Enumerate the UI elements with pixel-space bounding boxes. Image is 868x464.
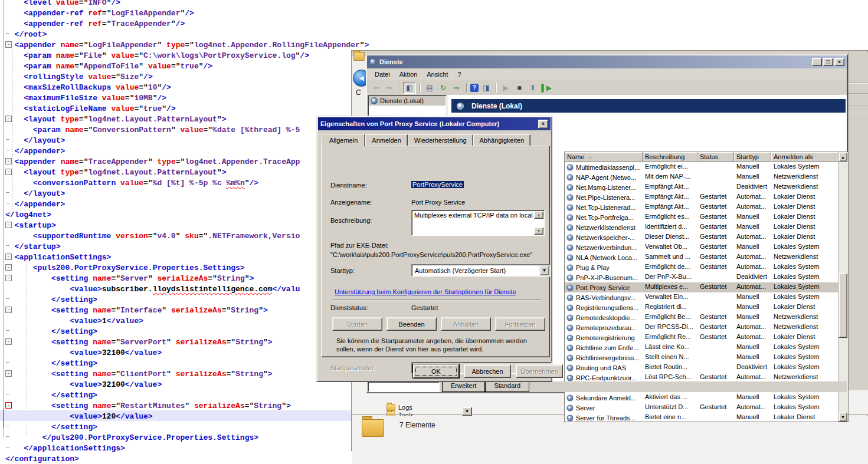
fold-box-icon[interactable]: - xyxy=(5,307,12,313)
table-row[interactable]: Port Proxy ServiceMultiplexes e...Gestar… xyxy=(565,282,838,292)
menu-item-datei[interactable]: Datei xyxy=(371,70,394,79)
tab-anmelden[interactable]: Anmelden xyxy=(365,134,408,146)
menu-item-ansicht[interactable]: Ansicht xyxy=(422,70,452,79)
table-row[interactable]: Net.Tcp-Portfreiga...Ermöglicht es...Ges… xyxy=(565,212,838,222)
table-row[interactable]: RemoteregistrierungErmöglicht Re...Gesta… xyxy=(565,333,838,343)
token xyxy=(56,168,61,177)
table-row[interactable]: Plug & PlayErmöglicht de...GestartetAuto… xyxy=(565,262,838,272)
view-tab-standard[interactable]: Standard xyxy=(485,381,529,392)
table-row[interactable]: Netzwerkverbindun...Verwaltet Ob...Gesta… xyxy=(565,242,838,252)
start-service-icon[interactable]: ▶ xyxy=(500,83,512,93)
menu-item-aktion[interactable]: Aktion xyxy=(395,70,422,79)
help-icon[interactable]: ? xyxy=(470,84,479,92)
table-row[interactable]: Server für Threads...Bietet eine n...Man… xyxy=(565,413,838,422)
scroll-down-button[interactable]: ▼ xyxy=(838,412,847,422)
service-logon-cell: Lokaler Dienst xyxy=(771,413,838,422)
service-name: Net.Msmq-Listener... xyxy=(576,184,636,191)
token: value xyxy=(180,126,203,134)
fold-box-icon[interactable]: - xyxy=(5,222,12,228)
fold-box-icon[interactable]: - xyxy=(5,41,12,48)
tab-wiederherstellung[interactable]: Wiederherstellung xyxy=(408,134,473,146)
table-row[interactable]: Sekundäre Anmeld...Aktiviert das ...Manu… xyxy=(565,393,838,403)
window-play-icon[interactable]: ◨ xyxy=(480,83,492,93)
explorer-window-folder-icon xyxy=(353,52,365,61)
column-header-name[interactable]: Name▲ xyxy=(565,152,643,162)
scroll-up-button[interactable]: ▲ xyxy=(838,152,847,162)
fold-tick xyxy=(6,436,9,437)
fold-box-icon[interactable]: - xyxy=(5,402,12,409)
show-tree-icon[interactable]: ◧ xyxy=(403,82,416,94)
fold-box-icon[interactable]: - xyxy=(5,254,12,260)
table-row[interactable]: Net.Msmq-Listener...Empfängt Akt...Deakt… xyxy=(565,182,838,192)
table-row[interactable]: NLA (Network Loca...Sammelt und ...Gesta… xyxy=(565,252,838,262)
service-desc-cell: Dieser Dienst... xyxy=(643,232,697,242)
token: =" xyxy=(111,73,120,81)
column-header-anmeldenals[interactable]: Anmelden als xyxy=(771,152,838,162)
token: " xyxy=(217,115,222,124)
table-row[interactable]: ServerUnterstützt D...GestartetAutomat..… xyxy=(565,403,838,413)
table-row[interactable]: Registrierungsdiens...Registriert di...M… xyxy=(565,302,838,312)
dialog-titlebar[interactable]: Eigenschaften von Port Proxy Service (Lo… xyxy=(318,117,551,130)
fold-box-icon[interactable]: - xyxy=(5,116,12,122)
abbrechen-button[interactable]: Abbrechen xyxy=(464,364,511,378)
toolbar-separator xyxy=(466,83,467,93)
table-row[interactable]: RAS-Verbindungsv...Verwaltet Ein...Manue… xyxy=(565,292,838,302)
scroll-thumb[interactable] xyxy=(838,273,847,338)
view-tab-erweitert[interactable]: Erweitert xyxy=(442,381,485,392)
minimize-button[interactable]: _ xyxy=(812,58,822,66)
table-row[interactable]: Remotedesktopdie...Ermöglicht Be...Gesta… xyxy=(565,312,838,323)
table-row[interactable]: Richtlinienergebniss...Stellt einen N...… xyxy=(565,353,838,363)
startoptions-help-link[interactable]: Unterstützung beim Konfigurieren der Sta… xyxy=(335,288,516,295)
table-row[interactable]: Multimediaklassenpl...Ermöglicht ei...Ma… xyxy=(565,162,838,172)
fold-box-icon[interactable]: - xyxy=(5,275,12,281)
table-row[interactable]: Routing und RASBietet Routin...Deaktivie… xyxy=(565,363,838,373)
dialog-close-button[interactable]: × xyxy=(538,120,548,129)
service-gear-icon xyxy=(566,214,573,221)
token: TraceAppender xyxy=(111,19,171,28)
token: v4.0 xyxy=(157,232,175,241)
ok-button[interactable]: OK xyxy=(413,364,459,378)
starttyp-combobox[interactable]: Automatisch (Verzögerter Start) ▼ xyxy=(411,264,551,277)
tree-item-dienste-lokal[interactable]: Dienste (Lokal) xyxy=(369,96,446,106)
services-titlebar[interactable]: Dienste _□× xyxy=(367,55,847,68)
table-row[interactable]: Net.Pipe-Listenera...Empfängt Akt...Gest… xyxy=(565,192,838,202)
fold-box-icon[interactable]: - xyxy=(5,169,12,175)
column-header-status[interactable]: Status xyxy=(697,152,734,162)
token: =" xyxy=(79,115,89,124)
fold-box-icon[interactable]: - xyxy=(5,370,12,377)
fold-box-icon[interactable]: - xyxy=(5,338,12,345)
chevron-down-icon[interactable]: ▼ xyxy=(539,265,549,275)
close-button[interactable]: × xyxy=(834,58,844,66)
table-row[interactable]: NetzwerklistendienstIdentifiziert d...Ge… xyxy=(565,222,838,232)
column-header-beschreibung[interactable]: Beschreibung xyxy=(643,152,697,162)
export-list-icon[interactable]: ⇨ xyxy=(451,83,463,93)
table-row[interactable]: Richtlinie zum Entfe...Lässt eine Ko...M… xyxy=(565,343,838,353)
restart-service-icon[interactable]: ▌▶ xyxy=(541,83,552,93)
table-row[interactable]: NAP-Agent (Netwo...Mit dem NAP-...Manuel… xyxy=(565,172,838,182)
table-row[interactable]: Netzwerkspeicher-...Dieser Dienst...Gest… xyxy=(565,232,838,242)
column-header-starttyp[interactable]: Starttyp xyxy=(734,152,771,162)
forward-icon[interactable]: ⇨ xyxy=(384,83,395,93)
properties-icon[interactable]: ▤ xyxy=(424,83,435,93)
maximize-button[interactable]: □ xyxy=(823,58,833,66)
token: =" xyxy=(111,370,120,379)
token: <conversionPattern xyxy=(33,179,116,187)
scroll-up-button[interactable]: ▲ xyxy=(534,211,543,219)
scroll-down-button[interactable]: ▼ xyxy=(534,227,543,235)
fold-box-icon[interactable]: - xyxy=(5,264,12,271)
table-row[interactable]: Net.Tcp-Listenerad...Empfängt Akt...Gest… xyxy=(565,202,838,212)
menu-item-?[interactable]: ? xyxy=(453,70,465,79)
fold-box-icon[interactable]: - xyxy=(5,158,12,164)
stop-service-icon[interactable]: ■ xyxy=(513,83,525,93)
table-row[interactable]: Remoteprozedurau...Der RPCSS-Di...Gestar… xyxy=(565,323,838,333)
tab-allgemein[interactable]: Allgemein xyxy=(322,134,365,147)
tab-abhangigkeiten[interactable]: Abhängigkeiten xyxy=(473,134,531,146)
table-row[interactable]: PnP-X-IP-Busenum...Der PnP-X-Bu...Deakti… xyxy=(565,272,838,282)
pause-service-icon[interactable]: ‖ xyxy=(527,83,539,93)
service-gear-icon xyxy=(566,314,573,321)
beschreibung-textbox[interactable]: Multiplexes external TCP/IP data on loca… xyxy=(411,210,545,236)
back-icon[interactable]: ⇦ xyxy=(370,83,382,93)
refresh-icon[interactable]: ↻ xyxy=(437,83,449,93)
token: <supportedRuntime xyxy=(33,232,112,241)
beenden-button[interactable]: Beenden xyxy=(386,317,437,331)
